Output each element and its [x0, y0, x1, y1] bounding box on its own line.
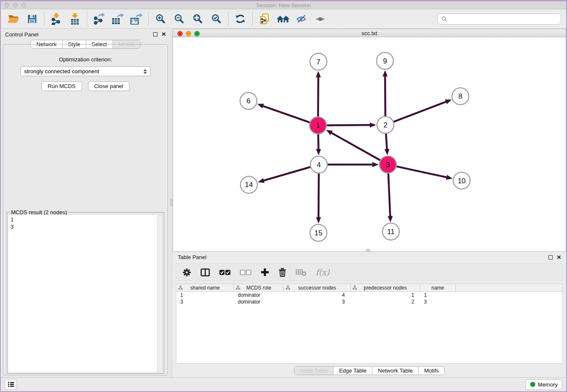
memory-label: Memory [538, 381, 558, 388]
cell[interactable]: 1 [420, 292, 456, 298]
close-table-panel-icon[interactable]: × [557, 255, 561, 259]
minimize-window-icon[interactable] [13, 3, 18, 8]
memory-button[interactable]: Memory [526, 379, 562, 390]
zoom-out-button[interactable] [170, 11, 188, 28]
cell[interactable]: dominator [234, 292, 284, 298]
import-table-button[interactable] [66, 11, 84, 28]
toolbar-separator [87, 12, 87, 26]
result-scrollbar[interactable] [157, 215, 162, 372]
edge-2-9[interactable] [385, 76, 385, 116]
column-header-name[interactable]: name [420, 284, 456, 292]
split-columns-button[interactable] [201, 268, 210, 276]
edge-3-11[interactable] [388, 174, 390, 217]
node-15[interactable]: 15 [310, 224, 327, 241]
tab-edge-table[interactable]: Edge Table [333, 367, 372, 375]
close-panel-icon[interactable]: × [162, 32, 166, 36]
zoom-selected-button[interactable] [207, 11, 226, 28]
table-row[interactable]: 1dominator411 [176, 292, 562, 298]
node-9[interactable]: 9 [377, 52, 394, 69]
edge-1-4[interactable] [318, 134, 319, 149]
tab-motifs[interactable]: Motifs [418, 367, 444, 375]
close-window-icon[interactable] [4, 3, 9, 8]
deselect-all-button[interactable] [240, 270, 251, 275]
cell[interactable]: dominator [234, 298, 284, 305]
cell[interactable]: 3 [176, 298, 234, 305]
mcds-result-group: MCDS result (2 nodes) 1 3 [7, 212, 164, 374]
delete-column-button[interactable] [278, 268, 286, 277]
select-all-button[interactable] [219, 270, 231, 275]
clone-network-button[interactable] [255, 11, 274, 28]
cell[interactable]: 4 [284, 292, 351, 298]
houses-button[interactable] [274, 11, 292, 28]
tab-node-table[interactable]: Node Table [295, 367, 333, 375]
hide-selected-button[interactable] [292, 11, 311, 28]
zoom-in-button[interactable] [151, 11, 170, 28]
search-field[interactable] [438, 14, 561, 25]
minimize-network-icon[interactable]: − [186, 31, 191, 36]
column-header-MCDS-role[interactable]: MCDS role [234, 284, 284, 292]
cell[interactable]: 3 [284, 298, 351, 305]
node-2[interactable]: 2 [377, 116, 394, 133]
maximize-window-icon[interactable] [21, 3, 26, 8]
function-builder-button[interactable]: f(x) [316, 268, 330, 277]
cell[interactable]: 2 [351, 298, 420, 305]
svg-text:10: 10 [458, 177, 466, 185]
column-header-successor-nodes[interactable]: successor nodes [284, 284, 351, 292]
export-table-button[interactable] [108, 11, 127, 28]
import-network-button[interactable] [47, 11, 66, 28]
close-panel-button[interactable]: Close panel [88, 81, 130, 91]
svg-text:4: 4 [317, 161, 321, 169]
cell[interactable]: 1 [176, 292, 234, 298]
export-image-button[interactable] [127, 11, 146, 28]
delete-table-button[interactable] [296, 269, 306, 276]
network-graph[interactable]: 1234678910111415 [173, 37, 566, 251]
show-all-button[interactable] [311, 11, 330, 28]
float-table-panel-icon[interactable] [548, 255, 553, 259]
search-input[interactable] [450, 16, 557, 22]
close-network-icon[interactable]: × [177, 31, 183, 36]
table-row[interactable]: 3dominator323 [176, 298, 562, 305]
optimization-criterion-select[interactable]: strongly connected component [20, 66, 151, 76]
node-8[interactable]: 8 [452, 88, 469, 105]
edge-3-10[interactable] [396, 166, 447, 177]
edge-1-2[interactable] [327, 125, 370, 126]
edge-3-1[interactable] [331, 133, 380, 160]
table-settings-button[interactable] [182, 268, 191, 277]
node-11[interactable]: 11 [383, 223, 399, 240]
edge-2-3[interactable] [386, 134, 387, 149]
toolbar-separator [228, 12, 228, 26]
edge-4-14[interactable] [264, 167, 311, 181]
tab-network-table[interactable]: Network Table [372, 367, 418, 375]
control-panel-title: Control Panel [5, 31, 39, 38]
edge-1-6[interactable] [263, 106, 310, 122]
export-network-button[interactable] [90, 11, 108, 28]
node-14[interactable]: 14 [240, 177, 257, 193]
cell[interactable]: 1 [351, 292, 420, 298]
node-4[interactable]: 4 [311, 156, 328, 173]
task-history-button[interactable] [5, 379, 17, 390]
column-header-predecessor-nodes[interactable]: predecessor nodes [351, 284, 420, 292]
panel-divider[interactable] [170, 29, 173, 377]
run-mcds-button[interactable]: Run MCDS [41, 81, 82, 91]
zoom-fit-button[interactable] [188, 11, 207, 28]
node-10[interactable]: 10 [453, 172, 470, 189]
mcds-result-text[interactable]: 1 3 [8, 215, 157, 372]
node-1[interactable]: 1 [310, 117, 327, 134]
divider-handle-icon[interactable] [170, 199, 173, 206]
float-panel-icon[interactable] [153, 32, 157, 36]
network-canvas[interactable]: 1234678910111415 [173, 37, 566, 251]
node-7[interactable]: 7 [310, 53, 327, 70]
refresh-button[interactable] [231, 11, 250, 28]
canvas-scroll-handle[interactable] [366, 249, 370, 251]
node-6[interactable]: 6 [240, 93, 257, 110]
edge-2-8[interactable] [394, 102, 446, 121]
add-column-button[interactable] [261, 268, 269, 276]
maximize-network-icon[interactable]: + [194, 31, 200, 36]
save-session-button[interactable] [23, 11, 41, 28]
cell[interactable]: 3 [420, 298, 456, 305]
column-header-shared-name[interactable]: shared name [176, 284, 234, 292]
edge-4-15[interactable] [319, 174, 319, 218]
open-session-button[interactable] [4, 11, 23, 28]
node-3[interactable]: 3 [380, 156, 396, 173]
edge-1-7[interactable] [318, 77, 319, 117]
